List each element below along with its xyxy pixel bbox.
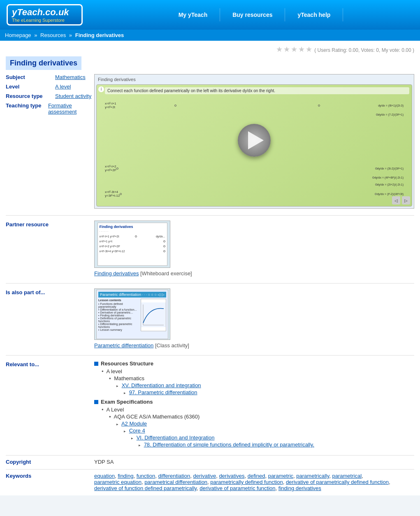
nav-help[interactable]: yTeach help <box>285 8 343 21</box>
logo-subtitle: The eLearning Superstore <box>12 18 77 23</box>
stars[interactable]: ★★★★★ <box>276 45 313 53</box>
level-link[interactable]: A level <box>55 84 71 90</box>
keywords-label: Keywords <box>6 473 94 491</box>
breadcrumb-current: Finding derivatives <box>75 32 124 38</box>
logo-title: yTeach.co.uk <box>12 7 77 18</box>
rel-a2-module: ▸ A2 Module <box>116 421 414 427</box>
partner-thumb-inner: Finding derivatives · · · · · · x=t²-t+1… <box>97 223 167 266</box>
subject-link[interactable]: Mathematics <box>55 74 86 80</box>
info-icon[interactable]: i <box>98 86 104 92</box>
kw-parametric-equation[interactable]: parametric equation <box>94 479 142 485</box>
ctrl-forward[interactable]: ▷ <box>402 196 410 205</box>
preview-title: Finding derivatives <box>96 76 412 83</box>
rel-vi-link[interactable]: VI. Differentiation and Integration <box>137 435 215 441</box>
rel-exam-specs: Exam Specifications • A Level ▪ AQA GCE … <box>94 399 414 448</box>
math-row-2: dy/dx = (7-2)/(3t²+1) <box>105 113 404 116</box>
blue-square-icon <box>94 362 98 366</box>
rel-alevel-exam: • A Level <box>102 407 414 413</box>
header: yTeach.co.uk The eLearning Superstore My… <box>0 0 420 30</box>
keywords-value: equation, finding, function, differentia… <box>94 473 414 491</box>
logo: yTeach.co.uk The eLearning Superstore <box>7 4 83 26</box>
kw-parametric[interactable]: parametric <box>268 473 293 479</box>
class-activity-link[interactable]: Parametric differentiation <box>94 342 153 349</box>
copyright-section: Copyright YDP SA <box>6 455 414 465</box>
kw-derivative[interactable]: derivative <box>193 473 216 479</box>
rel-aqa: ▪ AQA GCE AS/A Mathematics (6360) <box>109 414 414 420</box>
kw-finding[interactable]: finding <box>118 473 133 479</box>
svg-rect-0 <box>141 302 166 327</box>
dot-1[interactable] <box>174 105 176 107</box>
class-activity-link-line: Parametric differentiation [Class activi… <box>94 342 414 349</box>
thumb-row-4: x=t²-3t+4 y=3t²+t-12 <box>100 250 165 253</box>
level-label: Level <box>6 84 55 90</box>
kw-equation[interactable]: equation <box>94 473 115 479</box>
partner-thumb-title: Finding derivatives <box>100 225 165 229</box>
partner-resource-link-line: Finding derivatives [Whiteboard exercise… <box>94 270 414 277</box>
kw-finding-derivatives[interactable]: finding derivatives <box>278 485 321 491</box>
kw-derivative-parametrically-defined[interactable]: derivative of parametrically defined fun… <box>286 479 389 485</box>
kw-parametrically-defined-function[interactable]: parametrically defined function <box>210 479 283 485</box>
rel-97-link[interactable]: 97. Parametric differentiation <box>129 389 197 395</box>
rel-core4-link[interactable]: Core 4 <box>129 428 145 434</box>
rating-row: ★★★★★ ( Users Rating: 0.00, Votes: 0, My… <box>6 45 414 54</box>
teaching-type-label: Teaching type <box>6 102 48 115</box>
play-button[interactable] <box>238 124 271 157</box>
math-row-1: x=t²-t+1y=t²+2t dy/dx = (6t+1)/(2t-3) <box>105 102 404 109</box>
rel-exam-title: Exam Specifications <box>94 399 414 405</box>
rel-97-param: ▸ 97. Parametric differentiation <box>124 389 414 395</box>
partner-resource-link[interactable]: Finding derivatives <box>94 270 139 277</box>
rel-78-link[interactable]: 78. Differentiation of simple functions … <box>144 442 314 448</box>
class-thumbnail: Parametric differentiation · · · ○ ○ ○ ◁… <box>94 288 170 340</box>
keywords-section: Keywords equation, finding, function, di… <box>6 469 414 491</box>
kw-derivatives[interactable]: derivatives <box>219 473 244 479</box>
class-activity-tag: [Class activity] <box>153 342 189 349</box>
math-row-4: dy/dx = (4t²+8t²)/(-2t-1) <box>105 176 404 179</box>
rel-exam-label: Exam Specifications <box>101 399 153 405</box>
nav-my-yteach[interactable]: My yTeach <box>166 8 220 21</box>
dot-2[interactable] <box>116 167 118 170</box>
ctrl-back[interactable]: ◁ <box>392 196 400 205</box>
class-thumb-header: Parametric differentiation · · · ○ ○ ○ ◁… <box>98 292 166 298</box>
rel-xv-link[interactable]: XV. Differentiation and integration <box>122 382 201 388</box>
main-content: ★★★★★ ( Users Rating: 0.00, Votes: 0, My… <box>0 41 420 495</box>
breadcrumb-resources[interactable]: Resources <box>40 32 66 38</box>
play-triangle-icon <box>248 131 264 149</box>
rel-resources-label: Resources Structure <box>101 360 153 367</box>
rel-mathematics-text: Mathematics <box>114 375 144 381</box>
thumb-row-3: x=t²-t+2 y=t²+2t² <box>100 245 165 248</box>
play-button-container <box>105 124 404 157</box>
kw-derivative-parametric-function[interactable]: derivative of parametric function <box>200 485 275 491</box>
rel-alevel-text: A level <box>106 368 122 374</box>
kw-derivative-function-defined[interactable]: derivative of function defined parametri… <box>94 485 197 491</box>
level-value: A level <box>55 84 71 90</box>
teaching-type-link[interactable]: Formative assessment <box>48 102 77 115</box>
kw-parametrical[interactable]: parametrical <box>332 473 362 479</box>
level-row: Level A level <box>6 84 94 90</box>
resource-type-label: Resource type <box>6 93 55 99</box>
rel-vi-diff: ▸ VI. Differentiation and Integration <box>131 435 414 441</box>
preview-instruction: Connect each function defined parametric… <box>105 87 409 94</box>
relevant-to-label: Relevant to... <box>6 360 94 451</box>
breadcrumb-home[interactable]: Homepage <box>5 32 31 38</box>
rel-resources-structure: Resources Structure • A level ▪ Mathemat… <box>94 360 414 395</box>
preview-controls: ◁ ▷ <box>392 196 410 205</box>
rel-78-diff: ▸ 78. Differentiation of simple function… <box>139 442 414 448</box>
resource-type-link[interactable]: Student activity <box>55 93 91 99</box>
partner-thumbnail: Finding derivatives · · · · · · x=t²-t+1… <box>94 221 170 268</box>
dot-r1[interactable] <box>318 105 320 107</box>
nav-buy-resources[interactable]: Buy resources <box>220 8 285 21</box>
relevant-to-section: Relevant to... Resources Structure • A l… <box>6 355 414 451</box>
teaching-type-row: Teaching type Formative assessment <box>6 102 94 115</box>
kw-differentiation[interactable]: differentiation <box>158 473 190 479</box>
kw-function[interactable]: function <box>137 473 155 479</box>
rel-a2-link[interactable]: A2 Module <box>121 421 147 427</box>
kw-parametrical-differentiation[interactable]: parametrical differentiation <box>144 479 207 485</box>
class-thumb-body: Lesson contents ▪ Functions defined para… <box>98 299 166 331</box>
dot-3[interactable] <box>120 193 122 195</box>
nav-bar: My yTeach Buy resources yTeach help <box>89 8 420 21</box>
kw-parametrically[interactable]: parametrically <box>296 473 329 479</box>
kw-defined[interactable]: defined <box>248 473 265 479</box>
subject-row: Subject Mathematics <box>6 74 94 80</box>
info-preview-layout: Subject Mathematics Level A level Resour… <box>6 74 414 209</box>
thumb-row-1: x=t²-t+1 y=t²+2tdy/dx... <box>100 235 165 238</box>
